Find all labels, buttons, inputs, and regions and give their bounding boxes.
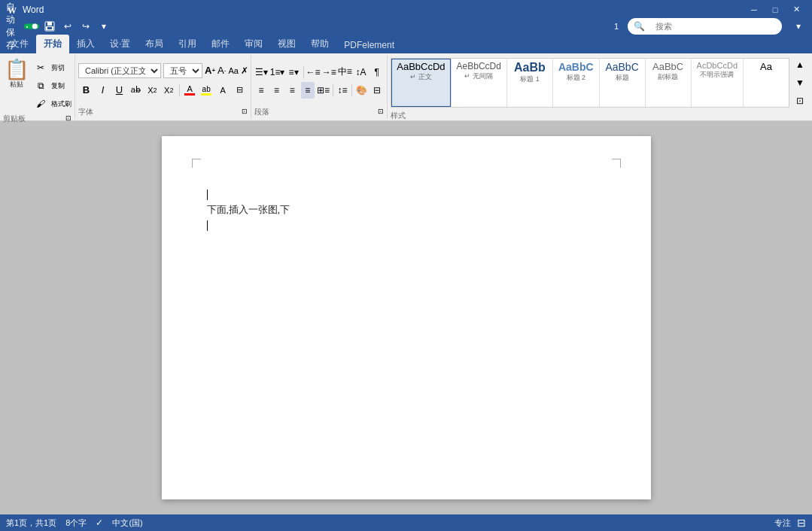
clipboard-group: 📋 粘贴 ✂ 剪切 ⧉ 复制 🖌 格式刷 剪贴板 ⊡ <box>0 55 75 119</box>
tab-layout[interactable]: 设·置 <box>102 35 138 53</box>
search-icon: 🔍 <box>634 21 645 32</box>
styles-scroll-up[interactable]: ▲ <box>791 56 809 73</box>
tab-view[interactable]: 审阅 <box>237 35 270 53</box>
redo-button[interactable]: ↪ <box>78 19 93 34</box>
tab-home[interactable]: 开始 <box>36 35 69 53</box>
subscript-button[interactable]: X2 <box>144 82 160 99</box>
style-subtle[interactable]: AcDbCcDd 不明示强调 <box>692 59 743 107</box>
ribbon-toggle[interactable]: ▾ <box>791 19 806 34</box>
styles-scroll-down[interactable]: ▼ <box>791 74 809 91</box>
styles-group: AaBbCcDd ↵ 正文 AeBbCcDd ↵ 无间隔 AaBb 标题 1 A… <box>388 55 812 119</box>
page-status: 第1页，共1页 <box>6 517 56 529</box>
copy-button[interactable]: ⧉ <box>32 77 50 94</box>
font-shrink-button[interactable]: A- <box>217 62 226 79</box>
save-button[interactable] <box>42 19 57 34</box>
paste-label: 粘贴 <box>10 80 23 90</box>
undo-button[interactable]: ↩ <box>60 19 75 34</box>
strikethrough-button[interactable]: ab̶ <box>128 82 144 99</box>
show-marks-button[interactable]: ¶ <box>370 64 384 80</box>
style-heading1[interactable]: AaBb 标题 1 <box>507 59 552 107</box>
tab-gantt[interactable]: 帮助 <box>303 35 336 53</box>
change-case-button[interactable]: Aa <box>228 62 238 79</box>
text-color-button[interactable]: A <box>182 82 198 99</box>
paste-icon: 📋 <box>5 59 29 79</box>
italic-button[interactable]: I <box>95 82 111 99</box>
svg-text:●: ● <box>26 24 28 29</box>
align-left-button[interactable]: ≡ <box>254 82 269 99</box>
font-expand[interactable]: ⊡ <box>242 108 248 115</box>
window-controls: ─ □ ✕ <box>744 0 806 19</box>
para-shading-button[interactable]: 🎨 <box>354 82 369 99</box>
chinese-layout-button[interactable]: 中≡ <box>338 64 352 80</box>
style-heading[interactable]: AaBbC 标题 <box>600 59 645 107</box>
maximize-button[interactable]: □ <box>765 0 785 19</box>
tab-references[interactable]: 布局 <box>138 35 171 53</box>
svg-rect-6 <box>47 22 52 26</box>
corner-mark-tl <box>192 159 201 168</box>
numbered-list-button[interactable]: 1≡▾ <box>270 64 285 80</box>
search-input[interactable] <box>648 18 776 35</box>
tab-file[interactable]: 文件 <box>3 35 36 53</box>
title-text: Word <box>23 5 744 15</box>
quick-access-toolbar: 自动保存 ● ↩ ↪ ▾ 1 🔍 ▾ <box>0 19 812 34</box>
tab-mailings[interactable]: 引用 <box>171 35 204 53</box>
superscript-button[interactable]: X2 <box>161 82 177 99</box>
style-more[interactable]: Aa <box>744 59 789 107</box>
para-border-button[interactable]: ⊟ <box>370 82 385 99</box>
text-cursor <box>207 190 208 200</box>
paragraph-expand[interactable]: ⊡ <box>378 108 384 115</box>
autosave-toggle[interactable]: ● <box>24 19 39 34</box>
document-area: 下面,插入一张图,下 <box>0 121 812 514</box>
increase-indent-button[interactable]: →≡ <box>322 64 336 80</box>
decrease-indent-button[interactable]: ←≡ <box>306 64 320 80</box>
style-heading2[interactable]: AaBbC 标题 2 <box>553 59 599 107</box>
ribbon-toolbar: 📋 粘贴 ✂ 剪切 ⧉ 复制 🖌 格式刷 剪贴板 ⊡ <box>0 53 812 121</box>
bold-button[interactable]: B <box>78 82 94 99</box>
page-number: 1 <box>614 22 619 31</box>
font-grow-button[interactable]: A+ <box>205 62 215 79</box>
document-page[interactable]: 下面,插入一张图,下 <box>162 136 651 499</box>
font-style-select[interactable]: 五号 <box>163 63 202 78</box>
multilevel-list-button[interactable]: ≡▾ <box>286 64 300 80</box>
styles-expand[interactable]: ⊡ <box>791 93 809 109</box>
tab-review[interactable]: 邮件 <box>204 35 237 53</box>
clear-format-button[interactable]: ✗ <box>241 62 248 79</box>
focus-mode[interactable]: 专注 <box>774 517 791 529</box>
style-subtitle[interactable]: AaBbC 副标题 <box>646 59 691 107</box>
format-painter-label: 格式刷 <box>51 99 71 109</box>
autosave-label: 自动保存 <box>6 19 21 34</box>
format-painter-button[interactable]: 🖌 <box>32 96 50 112</box>
document-content: 下面,插入一张图,下 <box>207 189 606 232</box>
language: 中文(国) <box>112 517 142 529</box>
style-no-spacing[interactable]: AeBbCcDd ↵ 无间隔 <box>452 59 506 107</box>
tab-help[interactable]: 视图 <box>270 35 303 53</box>
paste-button[interactable]: 📋 粘贴 <box>3 56 30 93</box>
tab-pdfelement[interactable]: PDFelement <box>336 37 402 53</box>
highlight-button[interactable]: ab <box>199 82 214 99</box>
align-center-button[interactable]: ≡ <box>269 82 284 99</box>
cut-button[interactable]: ✂ <box>32 59 50 76</box>
bullet-list-button[interactable]: ☰▾ <box>254 64 269 80</box>
underline-button[interactable]: U <box>111 82 127 99</box>
status-right: 专注 ⊟ <box>774 517 806 529</box>
quick-access-more[interactable]: ▾ <box>96 19 111 34</box>
justify-button[interactable]: ≡ <box>301 82 315 99</box>
close-button[interactable]: ✕ <box>786 0 806 19</box>
sort-button[interactable]: ↕A <box>354 64 368 80</box>
view-mode-icon: ⊟ <box>797 517 806 529</box>
search-container: 🔍 <box>628 18 782 35</box>
border-button[interactable]: ⊟ <box>232 82 248 99</box>
title-bar: W Word ─ □ ✕ <box>0 0 812 19</box>
document-text[interactable]: 下面,插入一张图,下 <box>207 202 606 218</box>
svg-rect-8 <box>47 27 52 29</box>
minimize-button[interactable]: ─ <box>744 0 764 19</box>
paragraph-label: 段落 <box>254 105 269 117</box>
clipboard-expand[interactable]: ⊡ <box>65 114 71 122</box>
shading-button[interactable]: A <box>215 82 231 99</box>
distributed-button[interactable]: ⊞≡ <box>316 82 330 99</box>
line-spacing-button[interactable]: ↕≡ <box>336 82 350 99</box>
style-normal[interactable]: AaBbCcDd ↵ 正文 <box>391 59 450 107</box>
font-name-select[interactable]: Calibri (正义正文) <box>78 63 161 78</box>
align-right-button[interactable]: ≡ <box>285 82 300 99</box>
tab-insert[interactable]: 插入 <box>69 35 102 53</box>
